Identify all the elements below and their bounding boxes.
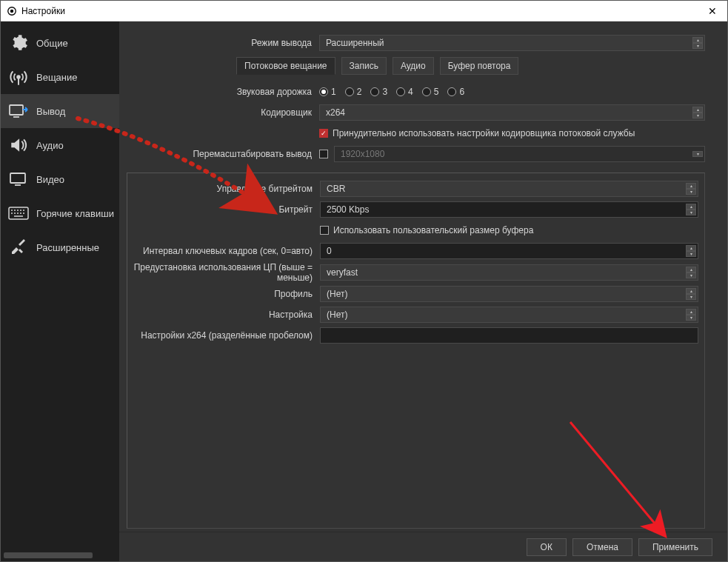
audio-track-radio-2[interactable] xyxy=(345,87,354,96)
sidebar-item-advanced[interactable]: Расширенные xyxy=(1,230,119,264)
broadcast-icon xyxy=(8,68,29,86)
output-mode-select[interactable]: Расширенный ▴▾ xyxy=(319,35,705,51)
tune-select[interactable]: (Нет) ▴▾ xyxy=(320,307,698,323)
sidebar: Общие Вещание Вывод Аудио xyxy=(1,21,119,561)
x264opts-input[interactable] xyxy=(320,327,698,344)
chevron-down-icon[interactable]: ▾ xyxy=(686,315,696,321)
audio-track-radio-6[interactable] xyxy=(447,87,456,96)
keyint-value: 0 xyxy=(327,246,332,256)
output-tabs: Потоковое вещание Запись Аудио Буфер пов… xyxy=(236,54,518,81)
chevron-down-icon[interactable]: ▾ xyxy=(686,294,696,300)
keyint-input[interactable]: 0 ▴▾ xyxy=(320,243,698,259)
sidebar-item-label: Горячие клавиши xyxy=(36,208,114,219)
sidebar-item-label: Вещание xyxy=(36,72,78,83)
sidebar-item-label: Видео xyxy=(36,174,64,185)
audio-icon xyxy=(8,136,29,154)
chevron-up-icon[interactable]: ▴ xyxy=(686,245,696,251)
settings-window: Настройки ✕ Общие Вещание Вывод xyxy=(0,0,728,562)
chevron-up-icon[interactable]: ▴ xyxy=(692,37,703,43)
sidebar-item-output[interactable]: Вывод xyxy=(1,94,119,128)
audio-track-radio-5[interactable] xyxy=(422,87,431,96)
output-mode-label: Режим вывода xyxy=(119,38,319,48)
profile-label: Профиль xyxy=(127,289,320,299)
profile-value: (Нет) xyxy=(327,289,347,299)
audio-track-radios: 1 2 3 4 5 6 xyxy=(319,87,464,97)
chevron-up-icon[interactable]: ▴ xyxy=(686,309,696,315)
preset-select[interactable]: veryfast ▴▾ xyxy=(320,264,698,281)
sidebar-item-label: Аудио xyxy=(36,140,64,151)
enforce-encoder-label: Принудительно использовать настройки код… xyxy=(333,128,635,138)
keyboard-icon xyxy=(8,204,29,222)
audio-track-label: Звуковая дорожка xyxy=(119,87,319,97)
bitrate-input[interactable]: 2500 Kbps ▴▾ xyxy=(320,201,698,218)
sidebar-item-general[interactable]: Общие xyxy=(1,26,119,60)
app-icon xyxy=(7,6,17,16)
encoder-select[interactable]: x264 ▴▾ xyxy=(319,104,705,121)
rate-control-value: CBR xyxy=(327,184,345,194)
output-icon xyxy=(8,102,29,120)
chevron-up-icon[interactable]: ▴ xyxy=(686,183,696,189)
chevron-up-icon[interactable]: ▴ xyxy=(686,288,696,294)
apply-button[interactable]: Применить xyxy=(638,538,712,556)
sidebar-item-label: Расширенные xyxy=(36,242,99,253)
tab-replay-buffer[interactable]: Буфер повтора xyxy=(440,57,519,75)
rescale-label: Перемасштабировать вывод xyxy=(119,149,319,159)
tab-streaming[interactable]: Потоковое вещание xyxy=(236,57,335,75)
custom-buffer-checkbox[interactable] xyxy=(320,226,329,235)
chevron-down-icon[interactable]: ▾ xyxy=(692,113,703,118)
chevron-down-icon[interactable]: ▾ xyxy=(692,151,703,157)
video-icon xyxy=(8,170,29,188)
encoder-value: x264 xyxy=(326,107,345,118)
profile-select[interactable]: (Нет) ▴▾ xyxy=(320,286,698,302)
keyint-label: Интервал ключевых кадров (сек, 0=авто) xyxy=(127,246,320,256)
bitrate-label: Битрейт xyxy=(127,204,320,215)
rescale-select[interactable]: 1920x1080 ▾ xyxy=(334,146,705,162)
gear-icon xyxy=(8,34,29,52)
encoder-settings-panel: Управление битрейтом CBR ▴▾ Битрейт 2500… xyxy=(127,173,705,529)
chevron-down-icon[interactable]: ▾ xyxy=(686,210,696,215)
preset-label: Предустановка использования ЦП (выше = м… xyxy=(127,262,320,283)
tune-value: (Нет) xyxy=(327,310,347,320)
enforce-encoder-checkbox[interactable] xyxy=(319,129,328,138)
chevron-down-icon[interactable]: ▾ xyxy=(692,43,703,49)
sidebar-item-label: Вывод xyxy=(36,106,65,117)
sidebar-item-hotkeys[interactable]: Горячие клавиши xyxy=(1,196,119,230)
chevron-up-icon[interactable]: ▴ xyxy=(692,107,703,113)
cancel-button[interactable]: Отмена xyxy=(572,538,632,556)
sidebar-item-label: Общие xyxy=(36,38,68,49)
sidebar-item-video[interactable]: Видео xyxy=(1,162,119,196)
custom-buffer-label: Использовать пользовательский размер буф… xyxy=(333,225,533,235)
chevron-down-icon[interactable]: ▾ xyxy=(686,272,696,278)
tab-recording[interactable]: Запись xyxy=(341,57,387,75)
output-mode-value: Расширенный xyxy=(326,38,384,48)
rate-control-select[interactable]: CBR ▴▾ xyxy=(320,181,698,197)
chevron-down-icon[interactable]: ▾ xyxy=(686,251,696,257)
svg-rect-6 xyxy=(10,173,25,183)
svg-point-1 xyxy=(10,9,13,12)
chevron-up-icon[interactable]: ▴ xyxy=(686,204,696,210)
audio-track-radio-1[interactable] xyxy=(319,87,328,96)
chevron-down-icon[interactable]: ▾ xyxy=(686,189,696,195)
tab-audio[interactable]: Аудио xyxy=(393,57,434,75)
audio-track-radio-3[interactable] xyxy=(370,87,379,96)
titlebar: Настройки ✕ xyxy=(1,1,727,21)
tune-label: Настройка xyxy=(127,310,320,320)
audio-track-radio-4[interactable] xyxy=(396,87,405,96)
tools-icon xyxy=(8,238,29,256)
dialog-footer: ОК Отмена Применить xyxy=(119,532,727,561)
rescale-value: 1920x1080 xyxy=(341,149,384,159)
window-title: Настройки xyxy=(21,6,704,16)
chevron-up-icon[interactable]: ▴ xyxy=(686,267,696,272)
rescale-checkbox[interactable] xyxy=(319,150,328,158)
bitrate-value: 2500 Kbps xyxy=(327,204,369,215)
main-panel: Режим вывода Расширенный ▴▾ Потоковое ве… xyxy=(119,21,727,561)
encoder-label: Кодировщик xyxy=(119,107,319,118)
ok-button[interactable]: ОК xyxy=(527,538,567,556)
preset-value: veryfast xyxy=(327,267,358,278)
sidebar-scrollbar[interactable] xyxy=(4,552,93,558)
svg-rect-4 xyxy=(10,105,23,115)
x264opts-label: Настройки x264 (разделённые пробелом) xyxy=(127,330,320,341)
sidebar-item-stream[interactable]: Вещание xyxy=(1,60,119,94)
sidebar-item-audio[interactable]: Аудио xyxy=(1,128,119,162)
close-button[interactable]: ✕ xyxy=(704,5,721,17)
